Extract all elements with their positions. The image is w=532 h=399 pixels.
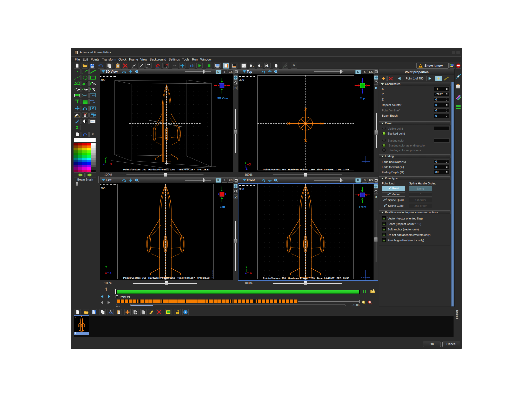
svg-text:X: X (252, 65, 254, 68)
svg-text:X: X (105, 271, 107, 274)
svg-text:X: X (249, 163, 251, 166)
svg-text:Z: Z (268, 65, 270, 68)
svg-text:Z: Z (110, 271, 111, 274)
svg-text:Y: Y (245, 265, 248, 269)
svg-text:Y: Y (260, 65, 262, 68)
svg-text:Y: Y (105, 157, 107, 160)
svg-text:i: i (185, 311, 186, 314)
svg-text:CUT: CUT (91, 94, 96, 97)
svg-text:X: X (250, 271, 252, 274)
svg-text:t: t (82, 96, 83, 97)
svg-text:X: X (110, 163, 112, 166)
svg-text:Y: Y (244, 161, 247, 164)
svg-text:Y: Y (105, 265, 107, 269)
svg-text:Z: Z (245, 271, 247, 274)
svg-text:F: F (82, 93, 83, 96)
